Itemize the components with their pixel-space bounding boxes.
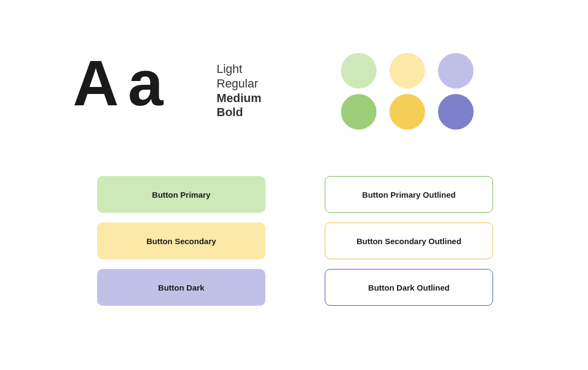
swatch-dark	[438, 94, 474, 130]
weight-light: Light	[217, 62, 262, 77]
button-secondary-outlined[interactable]: Button Secondary Outlined	[325, 223, 493, 259]
button-dark[interactable]: Button Dark	[97, 269, 265, 306]
button-dark-outlined[interactable]: Button Dark Outlined	[325, 269, 493, 306]
sample-lower: a	[128, 51, 162, 115]
weight-regular: Regular	[217, 77, 262, 91]
button-secondary[interactable]: Button Secondary	[97, 223, 265, 259]
font-weight-list: Light Regular Medium Bold	[217, 62, 262, 120]
weight-bold: Bold	[217, 105, 262, 120]
color-palette	[341, 53, 474, 130]
button-primary[interactable]: Button Primary	[97, 176, 265, 213]
swatch-secondary-light	[389, 53, 425, 89]
swatch-primary	[341, 94, 377, 130]
swatch-dark-light	[438, 53, 474, 89]
button-primary-outlined[interactable]: Button Primary Outlined	[325, 176, 493, 213]
swatch-secondary	[389, 94, 425, 130]
button-grid: Button Primary Button Primary Outlined B…	[97, 176, 491, 306]
swatch-primary-light	[341, 53, 377, 89]
sample-upper: A	[73, 51, 118, 115]
typeface-sample: A a	[73, 51, 163, 120]
weight-medium: Medium	[217, 91, 262, 106]
